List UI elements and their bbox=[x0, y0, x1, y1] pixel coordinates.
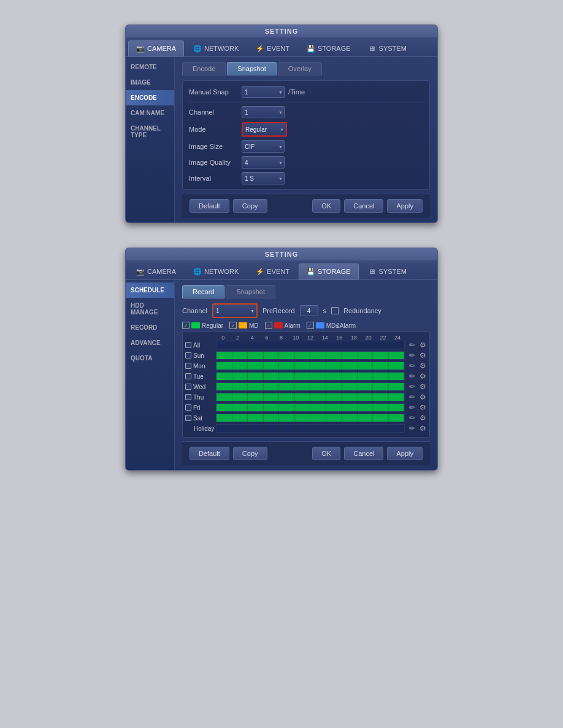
row-actions-tue: ✏ ⚙ bbox=[405, 372, 427, 381]
gear-icon-tue[interactable]: ⚙ bbox=[418, 372, 427, 381]
edit-icon-thu[interactable]: ✏ bbox=[408, 393, 416, 401]
schedule-bar-holiday[interactable] bbox=[216, 424, 405, 433]
tab-system[interactable]: 🖥 SYSTEM bbox=[360, 40, 415, 56]
panel2-sub-tabs: Record Snapshot bbox=[182, 285, 430, 298]
edit-icon-wed[interactable]: ✏ bbox=[408, 382, 416, 391]
schedule-bar-sun[interactable] bbox=[216, 351, 405, 360]
cancel-button[interactable]: Cancel bbox=[344, 199, 383, 213]
sidebar-item-channel-type[interactable]: CHANNEL TYPE bbox=[126, 121, 174, 143]
sidebar-item-image[interactable]: IMAGE bbox=[126, 75, 174, 90]
schedule-bar-sat[interactable] bbox=[216, 414, 405, 422]
manual-snap-select-wrapper[interactable]: 1 2 3 bbox=[242, 86, 285, 98]
gear-icon-wed[interactable]: ⚙ bbox=[418, 382, 427, 391]
sidebar2-item-advance[interactable]: ADVANCE bbox=[126, 335, 174, 351]
panel1-title: SETTING bbox=[126, 25, 437, 38]
subtab-snapshot[interactable]: Snapshot bbox=[227, 62, 276, 75]
legend-alarm-check[interactable]: ✓ bbox=[265, 322, 272, 329]
gear-icon-thu[interactable]: ⚙ bbox=[418, 393, 427, 401]
manual-snap-select[interactable]: 1 2 3 bbox=[242, 86, 285, 98]
time-22: 22 bbox=[376, 335, 391, 341]
tab-storage[interactable]: 💾 STORAGE bbox=[299, 40, 359, 56]
sidebar-item-encode[interactable]: ENCODE bbox=[126, 90, 174, 105]
copy2-button[interactable]: Copy bbox=[233, 447, 267, 460]
edit-icon-all[interactable]: ✏ bbox=[408, 341, 416, 349]
mode-select-wrapper[interactable]: Regular Trigger bbox=[242, 122, 287, 137]
prerecord-unit: s bbox=[323, 307, 327, 314]
schedule-bar-tue[interactable] bbox=[216, 372, 405, 381]
tab2-network[interactable]: 🌐 NETWORK bbox=[185, 264, 247, 279]
default2-button[interactable]: Default bbox=[190, 447, 229, 460]
sidebar-item-remote[interactable]: REMOTE bbox=[126, 59, 174, 75]
interval-select[interactable]: 1 S 2 S 5 S bbox=[242, 172, 285, 184]
copy-button[interactable]: Copy bbox=[233, 199, 267, 213]
row-day-sun: Sun bbox=[193, 352, 204, 359]
image-quality-select[interactable]: 4 1 2 3 5 6 bbox=[242, 156, 285, 169]
image-size-select-wrapper[interactable]: CIF D1 bbox=[242, 140, 285, 153]
row-checkbox-sun[interactable] bbox=[185, 352, 191, 358]
panel2-title: SETTING bbox=[126, 248, 437, 261]
tab2-camera[interactable]: 📷 CAMERA bbox=[128, 264, 184, 279]
tab2-event[interactable]: ⚡ EVENT bbox=[248, 264, 297, 279]
row-actions-all: ✏ ⚙ bbox=[405, 341, 427, 349]
legend-md-alarm: ✓ MD&Alarm bbox=[307, 322, 356, 329]
row-checkbox-sat[interactable] bbox=[185, 415, 191, 421]
schedule-channel-select-wrapper[interactable]: 1 2 bbox=[212, 303, 258, 318]
gear-icon-fri[interactable]: ⚙ bbox=[418, 403, 427, 412]
gear-icon-holiday[interactable]: ⚙ bbox=[418, 424, 427, 433]
edit-icon-sat[interactable]: ✏ bbox=[408, 414, 416, 422]
image-size-select[interactable]: CIF D1 bbox=[242, 140, 285, 153]
tab2-system[interactable]: 🖥 SYSTEM bbox=[360, 264, 415, 279]
legend-md-alarm-check[interactable]: ✓ bbox=[307, 322, 314, 329]
gear-icon-sat[interactable]: ⚙ bbox=[418, 414, 427, 422]
tab2-storage[interactable]: 💾 STORAGE bbox=[299, 264, 359, 279]
interval-select-wrapper[interactable]: 1 S 2 S 5 S bbox=[242, 172, 285, 184]
subtab2-snapshot[interactable]: Snapshot bbox=[226, 285, 275, 298]
row-checkbox-thu[interactable] bbox=[185, 394, 191, 400]
edit-icon-mon[interactable]: ✏ bbox=[408, 362, 416, 370]
tab-network[interactable]: 🌐 NETWORK bbox=[185, 40, 247, 56]
edit-icon-tue[interactable]: ✏ bbox=[408, 372, 416, 381]
row-checkbox-mon[interactable] bbox=[185, 363, 191, 369]
legend-md-check[interactable]: ✓ bbox=[229, 322, 237, 329]
schedule-bar-all[interactable] bbox=[216, 341, 405, 349]
channel-select[interactable]: 1 2 bbox=[242, 106, 285, 118]
schedule-bar-mon[interactable] bbox=[216, 362, 405, 370]
schedule-bar-thu[interactable] bbox=[216, 393, 405, 401]
row-checkbox-fri[interactable] bbox=[185, 404, 191, 411]
schedule-channel-select[interactable]: 1 2 bbox=[213, 305, 256, 317]
ok-button[interactable]: OK bbox=[312, 199, 340, 213]
legend-regular-check[interactable]: ✓ bbox=[182, 322, 190, 329]
image-quality-select-wrapper[interactable]: 4 1 2 3 5 6 bbox=[242, 156, 285, 169]
schedule-bar-wed[interactable] bbox=[216, 382, 405, 391]
tab-camera[interactable]: 📷 CAMERA bbox=[128, 40, 184, 56]
edit-icon-sun[interactable]: ✏ bbox=[408, 351, 416, 360]
channel-select-wrapper[interactable]: 1 2 bbox=[242, 106, 285, 118]
edit-icon-fri[interactable]: ✏ bbox=[408, 403, 416, 412]
cancel2-button[interactable]: Cancel bbox=[344, 447, 383, 460]
sidebar2-item-record[interactable]: RECORD bbox=[126, 320, 174, 335]
sidebar2-item-hdd[interactable]: HDD MANAGE bbox=[126, 298, 174, 320]
ok2-button[interactable]: OK bbox=[312, 447, 340, 460]
subtab2-record[interactable]: Record bbox=[182, 285, 224, 298]
row-checkbox-tue[interactable] bbox=[185, 373, 191, 379]
redundancy-checkbox[interactable] bbox=[331, 307, 339, 314]
tab-event[interactable]: ⚡ EVENT bbox=[248, 40, 297, 56]
legend-regular-color bbox=[191, 322, 200, 328]
mode-select[interactable]: Regular Trigger bbox=[243, 123, 286, 135]
prerecord-input[interactable] bbox=[300, 305, 318, 316]
subtab-encode[interactable]: Encode bbox=[182, 62, 226, 75]
gear-icon-all[interactable]: ⚙ bbox=[418, 341, 427, 349]
sidebar2-item-quota[interactable]: QUOTA bbox=[126, 351, 174, 366]
schedule-bar-fri[interactable] bbox=[216, 403, 405, 412]
default-button[interactable]: Default bbox=[190, 199, 229, 213]
row-checkbox-wed[interactable] bbox=[185, 384, 191, 390]
apply2-button[interactable]: Apply bbox=[387, 447, 423, 460]
gear-icon-mon[interactable]: ⚙ bbox=[418, 362, 427, 370]
sidebar-item-cam-name[interactable]: CAM NAME bbox=[126, 105, 174, 121]
subtab-overlay[interactable]: Overlay bbox=[278, 62, 322, 75]
gear-icon-sun[interactable]: ⚙ bbox=[418, 351, 427, 360]
row-checkbox-all[interactable] bbox=[185, 342, 191, 348]
edit-icon-holiday[interactable]: ✏ bbox=[408, 424, 416, 433]
apply-button[interactable]: Apply bbox=[387, 199, 423, 213]
sidebar2-item-schedule[interactable]: SCHEDULE bbox=[126, 282, 174, 298]
